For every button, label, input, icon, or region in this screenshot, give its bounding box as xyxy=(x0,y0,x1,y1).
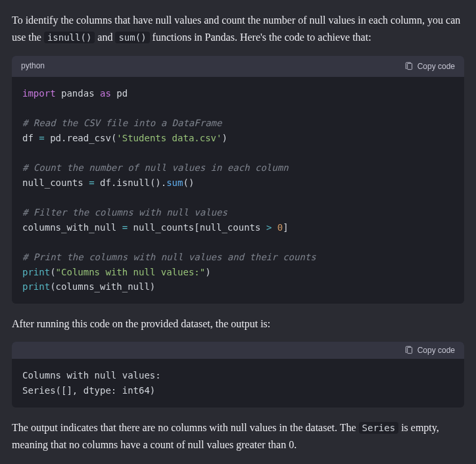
code-token: pd.read_csv( xyxy=(45,133,117,143)
code-block-output: Copy code Columns with null values: Seri… xyxy=(12,342,464,407)
code-token: = xyxy=(122,222,128,233)
closing-paragraph: The output indicates that there are no c… xyxy=(12,419,464,454)
code-token: columns_with_null xyxy=(22,222,122,233)
code-token: 0 xyxy=(277,222,283,233)
code-token: ) xyxy=(222,133,227,143)
clipboard-icon xyxy=(404,346,414,355)
code-token: (columns_with_null) xyxy=(50,281,155,292)
code-token: pd xyxy=(111,88,128,99)
code-token xyxy=(272,222,277,233)
code-token: import xyxy=(22,88,56,99)
code-token: () xyxy=(183,177,194,188)
code-token: sum xyxy=(166,177,183,188)
code-token: df.isnull(). xyxy=(95,177,167,188)
code-comment: # Read the CSV file into a DataFrame xyxy=(22,118,222,128)
text: functions in Pandas. Here's the code to … xyxy=(153,32,371,43)
svg-rect-1 xyxy=(407,348,412,354)
code-token: as xyxy=(100,88,111,99)
code-token: null_counts[null_counts xyxy=(128,222,266,233)
code-token: ] xyxy=(283,222,288,233)
text: The output indicates that there are no c… xyxy=(12,422,359,433)
output-line: Series([], dtype: int64) xyxy=(22,385,155,396)
code-token: ) xyxy=(205,267,210,277)
code-token: pandas xyxy=(56,88,100,99)
inline-code-isnull: isnull() xyxy=(44,32,95,43)
code-body[interactable]: import pandas as pd # Read the CSV file … xyxy=(12,77,464,304)
code-comment: # Print the columns with null values and… xyxy=(22,252,316,262)
mid-paragraph: After running this code on the provided … xyxy=(12,315,464,333)
output-line: Columns with null values: xyxy=(22,370,161,381)
code-comment: # Count the number of null values in eac… xyxy=(22,162,289,173)
code-body[interactable]: Columns with null values: Series([], dty… xyxy=(12,359,464,407)
code-token: ( xyxy=(50,267,55,277)
code-comment: # Filter the columns with null values xyxy=(22,207,227,218)
inline-code-sum: sum() xyxy=(115,32,149,43)
copy-label: Copy code xyxy=(417,62,455,71)
copy-code-button[interactable]: Copy code xyxy=(404,346,455,355)
code-header: python Copy code xyxy=(12,56,464,77)
code-token: null_counts xyxy=(22,177,89,188)
text: and xyxy=(97,32,115,43)
svg-rect-0 xyxy=(407,63,412,69)
inline-code-series: Series xyxy=(359,422,399,434)
code-header: Copy code xyxy=(12,342,464,359)
code-token: "Columns with null values:" xyxy=(56,267,206,277)
code-token: print xyxy=(22,267,50,277)
intro-paragraph: To identify the columns that have null v… xyxy=(12,12,464,47)
code-token: df xyxy=(22,133,39,143)
code-token: = xyxy=(39,133,44,143)
clipboard-icon xyxy=(404,62,414,71)
code-token: = xyxy=(89,177,94,188)
copy-code-button[interactable]: Copy code xyxy=(404,62,455,71)
code-token: print xyxy=(22,281,50,292)
code-block-python: python Copy code import pandas as pd # R… xyxy=(12,56,464,304)
code-lang-label: python xyxy=(21,60,45,73)
code-token: 'Students data.csv' xyxy=(116,133,222,143)
copy-label: Copy code xyxy=(417,346,455,355)
